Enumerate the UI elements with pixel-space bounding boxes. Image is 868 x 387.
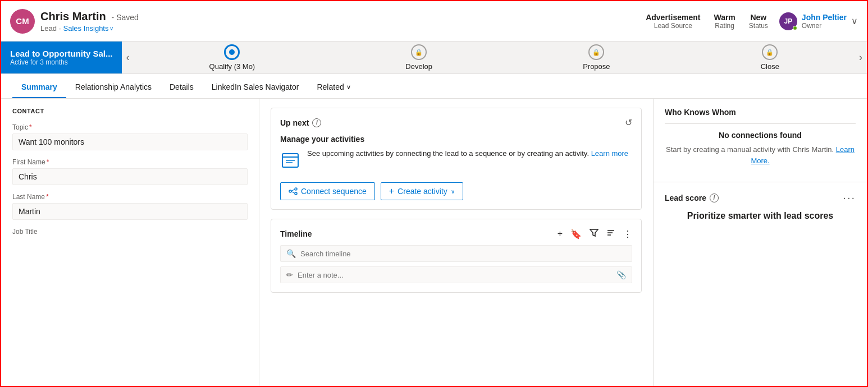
lead-source-meta: Advertisement Lead Source	[646, 13, 700, 30]
middle-panel: Up next i ↺ Manage your activities	[259, 99, 654, 387]
create-plus-icon: +	[389, 186, 394, 196]
first-name-label: First Name*	[12, 158, 248, 166]
first-name-field-group: First Name*	[12, 158, 248, 193]
connect-sequence-icon	[289, 187, 298, 196]
tab-details[interactable]: Details	[161, 77, 203, 98]
first-name-input[interactable]	[12, 168, 248, 185]
svg-point-5	[295, 188, 297, 190]
job-title-field-group: Job Title	[12, 228, 248, 236]
header-sub: Lead · Sales Insights ∨	[40, 24, 646, 33]
up-next-info-icon[interactable]: i	[312, 118, 321, 127]
timeline-bookmark-button[interactable]: 🔖	[570, 229, 582, 239]
stage-develop[interactable]: 🔒 Develop	[405, 44, 432, 71]
online-indicator	[793, 26, 797, 30]
lead-score-title: Lead score i	[665, 194, 719, 202]
pencil-icon: ✏	[286, 270, 293, 279]
stage-qualify-inner	[229, 49, 235, 55]
stage-prev-button[interactable]: ‹	[122, 42, 134, 73]
learn-more-link[interactable]: Learn more	[591, 149, 628, 158]
avatar-jp: JP	[779, 12, 797, 30]
svg-point-6	[295, 192, 297, 195]
right-panel: Who Knows Whom No connections found Star…	[654, 99, 867, 387]
topic-input[interactable]	[12, 133, 248, 150]
contact-panel: CONTACT Topic* First Name* Last Name*	[1, 99, 259, 387]
lock-propose-icon: 🔒	[592, 49, 600, 56]
stage-develop-circle: 🔒	[411, 44, 427, 60]
stage-bar: Lead to Opportunity Sal... Active for 3 …	[1, 42, 867, 74]
main-content: CONTACT Topic* First Name* Last Name*	[1, 99, 867, 387]
create-activity-chevron: ∨	[451, 188, 455, 195]
topic-field-group: Topic*	[12, 123, 248, 158]
stage-propose-circle: 🔒	[588, 44, 604, 60]
timeline-search-icon: 🔍	[286, 249, 296, 258]
who-knows-title: Who Knows Whom	[665, 108, 856, 117]
up-next-header: Up next i ↺	[280, 117, 632, 128]
lead-score-more-button[interactable]: ···	[843, 191, 856, 204]
timeline-note-input[interactable]	[298, 271, 612, 279]
dot-separator: ·	[59, 24, 61, 33]
timeline-sort-button[interactable]	[606, 228, 615, 239]
avatar-cm: CM	[10, 9, 35, 34]
tab-summary[interactable]: Summary	[12, 77, 66, 98]
timeline-search-box: 🔍	[280, 245, 632, 262]
stage-close[interactable]: 🔒 Close	[761, 44, 779, 71]
job-title-label: Job Title	[12, 228, 248, 236]
lead-score-card: Lead score i ··· Prioritize smarter with…	[654, 182, 867, 230]
no-connections-text: Start by creating a manual activity with…	[665, 144, 856, 166]
who-knows-card: Who Knows Whom No connections found Star…	[654, 99, 867, 182]
tab-linkedin[interactable]: LinkedIn Sales Navigator	[203, 77, 308, 98]
svg-line-8	[291, 192, 295, 194]
lead-name: Chris Martin	[40, 10, 106, 22]
action-buttons: Connect sequence + Create activity ∨	[280, 182, 632, 200]
manage-row: See upcoming activities by connecting th…	[280, 148, 632, 174]
sales-insights-chevron: ∨	[109, 25, 113, 31]
header-title-block: Chris Martin - Saved Lead · Sales Insigh…	[40, 10, 646, 33]
lock-close-icon: 🔒	[766, 49, 774, 56]
attachment-icon[interactable]: 📎	[616, 270, 626, 279]
owner-chevron[interactable]: ∨	[851, 16, 858, 26]
prioritize-text: Prioritize smarter with lead scores	[665, 211, 856, 221]
create-activity-button[interactable]: + Create activity ∨	[381, 182, 463, 200]
tab-related[interactable]: Related ∨	[308, 77, 359, 98]
header-name-row: Chris Martin - Saved	[40, 10, 646, 23]
no-connections-title: No connections found	[665, 131, 856, 140]
last-name-input[interactable]	[12, 203, 248, 220]
timeline-note-box: ✏ 📎	[280, 266, 632, 283]
stage-propose[interactable]: 🔒 Propose	[583, 44, 610, 71]
timeline-search-input[interactable]	[300, 250, 626, 258]
refresh-icon[interactable]: ↺	[625, 117, 632, 128]
svg-marker-9	[590, 229, 598, 236]
timeline-add-button[interactable]: +	[558, 229, 563, 239]
stage-qualify-circle	[224, 44, 240, 60]
sales-insights-link[interactable]: Sales Insights ∨	[63, 24, 114, 33]
stages-container: Qualify (3 Mo) 🔒 Develop 🔒 Propose 🔒	[134, 42, 855, 73]
manage-title: Manage your activities	[280, 135, 632, 144]
lead-score-info-icon[interactable]: i	[710, 194, 719, 202]
timeline-actions: + 🔖	[558, 228, 632, 239]
owner-info: John Peltier Owner	[802, 13, 847, 30]
contact-section-title: CONTACT	[12, 108, 248, 114]
last-name-label: Last Name*	[12, 193, 248, 201]
manage-text: See upcoming activities by connecting th…	[307, 148, 628, 159]
up-next-card: Up next i ↺ Manage your activities	[271, 108, 642, 210]
stage-next-button[interactable]: ›	[855, 42, 867, 73]
timeline-header: Timeline + 🔖	[280, 228, 632, 239]
stage-qualify[interactable]: Qualify (3 Mo)	[209, 44, 255, 71]
header: CM Chris Martin - Saved Lead · Sales Ins…	[1, 1, 867, 42]
timeline-more-button[interactable]: ⋮	[623, 229, 632, 239]
svg-point-4	[289, 190, 291, 192]
header-meta: Advertisement Lead Source Warm Rating Ne…	[646, 13, 768, 30]
lead-score-header: Lead score i ···	[665, 191, 856, 204]
stage-close-circle: 🔒	[762, 44, 778, 60]
tab-relationship-analytics[interactable]: Relationship Analytics	[66, 77, 161, 98]
timeline-filter-button[interactable]	[590, 228, 599, 239]
connect-sequence-button[interactable]: Connect sequence	[280, 182, 375, 200]
timeline-card: Timeline + 🔖	[271, 219, 642, 293]
svg-line-7	[291, 190, 295, 191]
timeline-title: Timeline	[280, 229, 312, 238]
up-next-title: Up next i	[280, 118, 321, 127]
stage-active-label: Lead to Opportunity Sal... Active for 3 …	[1, 42, 122, 73]
lead-type: Lead	[40, 24, 57, 33]
header-owner: JP John Peltier Owner ∨	[779, 12, 858, 30]
lock-develop-icon: 🔒	[415, 49, 423, 56]
